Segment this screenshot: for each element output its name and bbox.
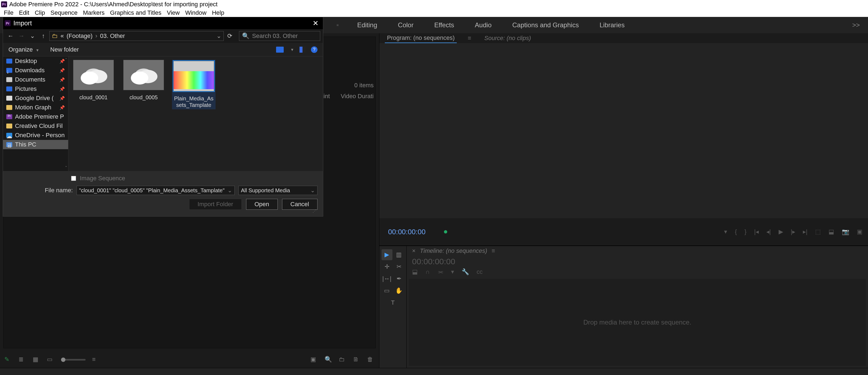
pin-icon[interactable]: 📌 — [59, 59, 65, 64]
menu-edit[interactable]: Edit — [16, 9, 32, 17]
mark-in-icon[interactable]: { — [735, 228, 737, 235]
clear-icon[interactable]: 🗑 — [367, 356, 375, 364]
pin-icon[interactable]: 📌 — [59, 86, 65, 92]
tree-creative-cloud[interactable]: Creative Cloud Fil — [3, 121, 68, 131]
ws-color[interactable]: Color — [396, 20, 415, 31]
razor-tool-icon[interactable]: ✂ — [394, 261, 404, 272]
program-timecode[interactable]: 00:00:00:00 — [388, 228, 426, 236]
resize-grip-icon[interactable]: ⋰ — [8, 210, 317, 212]
folder-tree[interactable]: ˄ Desktop📌 ↓Downloads📌 Documents📌 Pictur… — [3, 56, 68, 171]
preview-pane-icon[interactable] — [300, 47, 306, 53]
step-back-icon[interactable]: ◂| — [766, 228, 771, 235]
rectangle-tool-icon[interactable]: ▭ — [381, 285, 393, 296]
menu-help[interactable]: Help — [209, 9, 227, 17]
breadcrumb-folder[interactable]: (Footage) — [66, 32, 92, 39]
tree-scroll-down-icon[interactable]: ˅ — [65, 166, 67, 170]
caption-track-icon[interactable]: cc — [477, 268, 483, 276]
nav-back-icon[interactable]: ← — [6, 31, 16, 41]
pin-icon[interactable]: 📌 — [59, 77, 65, 82]
tree-downloads[interactable]: ↓Downloads📌 — [3, 66, 68, 75]
tree-scroll-up-icon[interactable]: ˄ — [65, 58, 67, 62]
snap-icon[interactable]: ∩ — [426, 268, 430, 276]
file-thumb[interactable]: cloud_0005 — [122, 60, 165, 100]
dialog-close-icon[interactable]: ✕ — [310, 18, 321, 29]
hand-tool-icon[interactable]: ✋ — [394, 285, 404, 296]
track-select-tool-icon[interactable]: ▥ — [394, 249, 404, 260]
breadcrumb[interactable]: 🗀 « (Footage) › 03. Other ⌄ — [49, 31, 224, 41]
export-frame-icon[interactable]: 📷 — [842, 228, 849, 235]
monitor-viewport[interactable] — [379, 43, 868, 218]
menu-sequence[interactable]: Sequence — [48, 9, 80, 17]
close-timeline-icon[interactable]: × — [412, 248, 415, 255]
file-type-filter[interactable]: All Supported Media⌄ — [239, 186, 317, 195]
breadcrumb-leaf[interactable]: 03. Other — [100, 32, 125, 39]
import-folder-button[interactable]: Import Folder — [189, 199, 242, 210]
type-tool-icon[interactable]: T — [388, 297, 398, 308]
filename-input[interactable]: "cloud_0001" "cloud_0005" "Plain_Media_A… — [76, 186, 235, 195]
ws-libraries[interactable]: Libraries — [597, 20, 627, 31]
timeline-tab[interactable]: Timeline: (no sequences) — [420, 248, 487, 255]
extract-icon[interactable]: ⬓ — [829, 228, 834, 235]
tree-motion-graphics[interactable]: Motion Graph📌 — [3, 103, 68, 112]
linked-selection-icon[interactable]: ⫘ — [437, 268, 443, 276]
timeline-drop-area[interactable]: Drop media here to create sequence. — [409, 279, 866, 366]
add-marker-icon[interactable]: ▾ — [724, 228, 727, 235]
play-icon[interactable]: ▶ — [779, 228, 783, 235]
pin-icon[interactable]: 📌 — [59, 68, 65, 73]
ws-overflow-icon[interactable]: >> — [852, 21, 860, 29]
timeline-settings-icon[interactable]: 🔧 — [462, 268, 469, 276]
comparison-view-icon[interactable]: ▣ — [857, 228, 863, 235]
sort-icon[interactable]: ≡ — [92, 356, 100, 364]
menu-clip[interactable]: Clip — [32, 9, 48, 17]
nav-recent-icon[interactable]: ⌄ — [28, 31, 37, 41]
freeform-view-icon[interactable]: ▭ — [47, 356, 55, 364]
nav-up-icon[interactable]: ↑ — [38, 31, 48, 41]
tree-this-pc[interactable]: 🖥This PC — [3, 140, 68, 149]
thumbnail-zoom-slider[interactable] — [61, 359, 86, 360]
view-mode-dropdown-icon[interactable]: ▼ — [290, 48, 294, 52]
dialog-titlebar[interactable]: Pr Import ✕ — [3, 17, 323, 29]
open-button[interactable]: Open — [246, 199, 278, 210]
new-item-icon[interactable]: ✎ — [4, 356, 12, 364]
mark-out-icon[interactable]: } — [745, 228, 746, 235]
automate-icon[interactable]: ▣ — [310, 356, 318, 364]
go-to-out-icon[interactable]: ▸| — [803, 228, 807, 235]
nav-refresh-icon[interactable]: ⟳ — [225, 32, 235, 39]
ws-editing[interactable]: Editing — [355, 20, 379, 31]
new-bin-icon[interactable]: 🗀 — [339, 356, 346, 364]
ws-handle-icon[interactable]: ≡ — [337, 23, 339, 27]
tree-google-drive[interactable]: Google Drive (📌 — [3, 93, 68, 103]
go-to-in-icon[interactable]: |◂ — [754, 228, 759, 235]
tree-pictures[interactable]: Pictures📌 — [3, 84, 68, 93]
image-sequence-checkbox[interactable] — [71, 176, 76, 181]
timeline-tab-menu-icon[interactable]: ≡ — [492, 248, 495, 255]
cancel-button[interactable]: Cancel — [282, 199, 317, 210]
program-tab-menu-icon[interactable]: ≡ — [468, 35, 471, 42]
find-icon[interactable]: 🔍 — [324, 356, 332, 364]
program-tab[interactable]: Program: (no sequences) — [385, 33, 457, 43]
tree-documents[interactable]: Documents📌 — [3, 75, 68, 84]
menu-graphics[interactable]: Graphics and Titles — [107, 9, 164, 17]
add-marker-timeline-icon[interactable]: ▾ — [451, 268, 454, 276]
file-thumb[interactable]: Plain_Media_Assets_Tamplate — [172, 60, 216, 109]
list-view-icon[interactable]: ≣ — [19, 356, 26, 364]
search-input[interactable]: 🔍 Search 03. Other — [239, 31, 320, 41]
selection-tool-icon[interactable]: ▶ — [381, 249, 393, 260]
icon-view-icon[interactable]: ▦ — [33, 356, 40, 364]
source-tab[interactable]: Source: (no clips) — [482, 33, 533, 43]
menu-file[interactable]: File — [1, 9, 16, 17]
pin-icon[interactable]: 📌 — [59, 105, 65, 110]
insert-as-nest-icon[interactable]: ⬓ — [412, 268, 418, 276]
col-video-duration[interactable]: Video Durati — [341, 93, 374, 100]
view-mode-icon[interactable] — [276, 47, 284, 53]
ws-captions[interactable]: Captions and Graphics — [510, 20, 581, 31]
organize-menu[interactable]: Organize ▼ — [8, 46, 39, 53]
ripple-edit-tool-icon[interactable]: ✛ — [381, 261, 393, 272]
pen-tool-icon[interactable]: ✒ — [394, 273, 404, 284]
new-folder-button[interactable]: New folder — [50, 46, 79, 53]
slip-tool-icon[interactable]: |↔| — [381, 273, 393, 284]
file-list[interactable]: cloud_0001 cloud_0005 Plain_Media_Assets… — [68, 56, 323, 171]
breadcrumb-root-drop-icon[interactable]: « — [61, 32, 64, 39]
step-forward-icon[interactable]: |▸ — [791, 228, 796, 235]
pin-icon[interactable]: 📌 — [59, 96, 65, 101]
